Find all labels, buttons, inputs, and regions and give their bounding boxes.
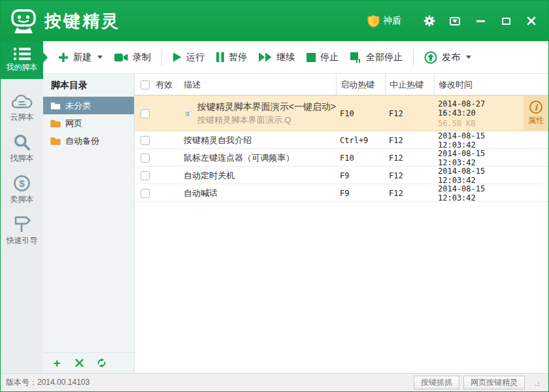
- stop-label: 停止: [320, 52, 339, 63]
- table-row[interactable]: 按键精灵自我介绍 Ctrl+9 F12 2014-08-15 12:03:42: [135, 131, 548, 149]
- start-hotkey: F9: [336, 171, 385, 180]
- toolbar-separator: [161, 49, 162, 66]
- folder-icon: [50, 119, 61, 127]
- shield-button[interactable]: 神盾: [367, 14, 401, 28]
- stop-all-icon: [350, 52, 361, 63]
- folder-icon: [50, 137, 61, 145]
- directory-item-uncategorized[interactable]: 未分类: [43, 97, 134, 114]
- table-row[interactable]: 自动喊话 F9 F12 2014-08-15 12:03:42: [135, 184, 548, 202]
- stop-all-button[interactable]: 全部停止: [344, 48, 408, 67]
- new-script-label: 新建: [73, 52, 92, 63]
- row-checkbox[interactable]: [141, 154, 150, 163]
- script-directory-panel: 脚本目录 未分类 网页 自动备份 +: [43, 74, 135, 373]
- fast-forward-icon: [259, 52, 272, 62]
- list-icon: [14, 48, 31, 60]
- sidebar: 我的脚本 云脚本 找脚本 $ 卖脚本: [1, 41, 43, 373]
- modified-time: 2014-08-15 12:03:42: [434, 131, 524, 150]
- version-label: 版本号：2014.00.14103: [6, 377, 90, 388]
- titlebar[interactable]: 按键精灵 神盾: [1, 1, 548, 41]
- record-button[interactable]: 录制: [108, 48, 157, 67]
- stop-icon: [307, 53, 316, 62]
- tray-icon: [450, 17, 460, 25]
- row-checkbox[interactable]: [141, 171, 150, 180]
- play-icon: [173, 52, 182, 62]
- publish-label: 发布: [442, 52, 460, 63]
- sidebar-item-my-scripts[interactable]: 我的脚本: [1, 41, 43, 79]
- row-checkbox[interactable]: [141, 189, 150, 198]
- key-capture-button[interactable]: 按键抓抓: [414, 376, 459, 389]
- x-icon: [75, 359, 84, 367]
- minimize-to-tray-button[interactable]: [448, 14, 461, 27]
- sidebar-item-label: 卖脚本: [10, 194, 34, 205]
- toolbar-separator: [413, 49, 414, 66]
- pause-label: 暂停: [229, 52, 247, 63]
- continue-label: 继续: [276, 52, 295, 63]
- run-label: 运行: [186, 52, 205, 63]
- modified-time: 2014-08-15 12:03:42: [434, 167, 524, 185]
- row-checkbox[interactable]: [141, 136, 150, 145]
- table-row[interactable]: 鼠标左键连点器（可调频率） F10 F12 2014-08-15 12:03:4…: [135, 149, 548, 167]
- sidebar-item-label: 快速引导: [7, 235, 38, 246]
- shield-icon: [367, 14, 380, 28]
- script-table: 有效 描述 启动热键 中止热键 修改时间 Q 按键精灵脚本界面演示<一键启动>: [135, 74, 548, 373]
- script-filename: 按键精灵脚本界面演示.Q: [197, 114, 336, 126]
- info-icon: i: [529, 101, 542, 114]
- settings-button[interactable]: [423, 14, 436, 27]
- record-label: 录制: [133, 52, 151, 63]
- maximize-icon: [502, 18, 510, 25]
- sidebar-item-find-scripts[interactable]: 找脚本: [1, 130, 43, 168]
- directory-item-web[interactable]: 网页: [43, 114, 134, 132]
- row-checkbox[interactable]: [141, 109, 150, 118]
- sidebar-item-cloud-scripts[interactable]: 云脚本: [1, 90, 43, 127]
- table-header: 有效 描述 启动热键 中止热键 修改时间: [135, 74, 548, 95]
- publish-icon: [424, 51, 437, 64]
- start-hotkey: F9: [336, 189, 385, 198]
- delete-folder-button[interactable]: [73, 357, 85, 369]
- directory-footer: +: [43, 352, 134, 373]
- modified-time: 2014-08-15 12:03:42: [434, 149, 524, 167]
- header-description: 描述: [184, 74, 336, 95]
- add-folder-button[interactable]: +: [51, 357, 63, 369]
- plus-icon: [58, 52, 69, 63]
- run-button[interactable]: 运行: [167, 48, 210, 67]
- table-row[interactable]: Q 按键精灵脚本界面演示<一键启动> 按键精灵脚本界面演示.Q F10 F12 …: [135, 95, 548, 131]
- stop-hotkey: F12: [385, 189, 434, 198]
- refresh-icon: [97, 358, 107, 368]
- stop-all-label: 全部停止: [366, 52, 403, 63]
- dollar-icon: $: [13, 174, 31, 192]
- maximize-button[interactable]: [499, 14, 512, 27]
- resize-grip[interactable]: [533, 380, 539, 386]
- cloud-icon: [11, 95, 33, 110]
- header-stop-hotkey: 中止热键: [385, 74, 434, 95]
- statusbar: 版本号：2014.00.14103 按键抓抓 网页按键精灵: [1, 373, 548, 391]
- properties-button[interactable]: i 属性: [524, 95, 548, 131]
- svg-text:Q: Q: [186, 112, 189, 116]
- select-all-checkbox[interactable]: [141, 80, 150, 90]
- web-anjian-button[interactable]: 网页按键精灵: [463, 376, 525, 389]
- camera-icon: [114, 53, 128, 62]
- file-size: 56.58 KB: [438, 119, 524, 128]
- script-file-icon: Q: [185, 101, 191, 125]
- stop-hotkey: F12: [385, 109, 434, 118]
- sidebar-item-label: 我的脚本: [7, 62, 38, 73]
- stop-button[interactable]: 停止: [301, 48, 344, 67]
- new-script-button[interactable]: 新建: [52, 48, 108, 67]
- publish-button[interactable]: 发布: [418, 47, 477, 68]
- script-title: 按键精灵自我介绍: [184, 135, 336, 146]
- close-button[interactable]: [525, 14, 538, 27]
- stop-hotkey: F12: [385, 171, 434, 180]
- modified-time: 2014-08-15 12:03:42: [434, 184, 524, 203]
- app-title: 按键精灵: [44, 10, 120, 33]
- refresh-button[interactable]: [95, 357, 107, 369]
- svg-text:$: $: [19, 177, 25, 188]
- sidebar-item-sell-scripts[interactable]: $ 卖脚本: [1, 171, 43, 208]
- directory-title: 脚本目录: [43, 74, 134, 97]
- pause-button[interactable]: 暂停: [210, 48, 253, 67]
- sidebar-item-quick-guide[interactable]: 快速引导: [1, 211, 43, 249]
- table-row[interactable]: 自动定时关机 F9 F12 2014-08-15 12:03:42: [135, 167, 548, 184]
- directory-item-auto-backup[interactable]: 自动备份: [43, 132, 134, 150]
- continue-button[interactable]: 继续: [253, 48, 301, 67]
- caret-down-icon: [466, 56, 471, 59]
- minimize-button[interactable]: [474, 14, 487, 27]
- search-icon: [14, 134, 31, 151]
